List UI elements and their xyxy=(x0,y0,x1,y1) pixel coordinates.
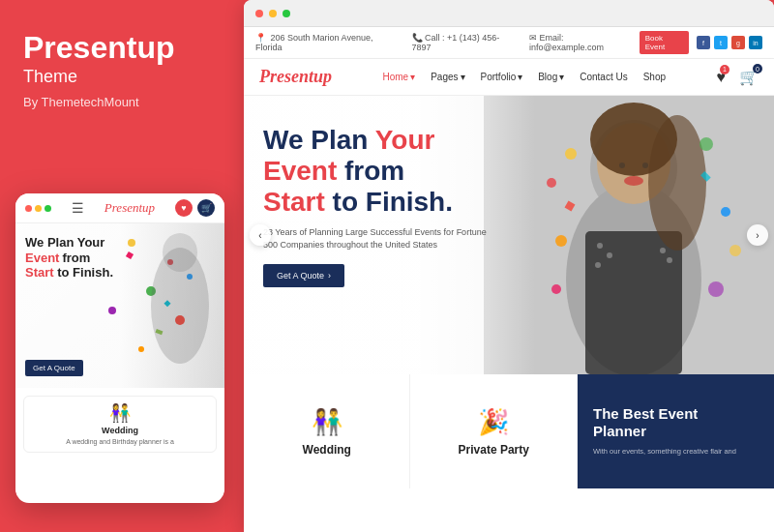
best-event-card: The Best Event Planner With our events, … xyxy=(578,374,774,488)
bottom-section: 👫 Wedding 🎉 Private Party The Best Event… xyxy=(244,374,774,488)
mobile-cart-icon: 🛒 xyxy=(197,199,215,217)
left-panel: Presentup Theme By ThemetechMount ☰ Pres… xyxy=(0,0,240,532)
svg-point-73 xyxy=(729,245,741,256)
mobile-wedding-title: Wedding xyxy=(30,426,210,435)
topbar-phone: 📞 Call : +1 (143) 456-7897 xyxy=(412,33,518,52)
hero-subtext: 23 Years of Planning Large Successful Ev… xyxy=(263,226,495,252)
mobile-hero-from: from xyxy=(62,251,90,266)
nav-home[interactable]: Home ▾ xyxy=(382,72,415,82)
brand-author: By ThemetechMount xyxy=(23,95,217,109)
private-party-title: Private Party xyxy=(459,443,529,457)
private-party-icon: 🎉 xyxy=(478,407,509,437)
mobile-wedding-text: A wedding and Birthday planner is a xyxy=(30,437,210,446)
googleplus-icon[interactable]: g xyxy=(731,36,745,49)
svg-point-61 xyxy=(597,243,603,249)
nav-cart: ♥ 1 🛒 0 xyxy=(717,68,759,86)
svg-rect-54 xyxy=(585,231,682,374)
nav-shop[interactable]: Shop xyxy=(643,72,666,82)
site-logo: Presentup xyxy=(259,67,332,87)
svg-point-65 xyxy=(667,257,672,263)
topbar-left: 📍 206 South Marion Avenue, Florida 📞 Cal… xyxy=(255,33,640,52)
mobile-wedding-icon: 👫 xyxy=(30,402,210,424)
mobile-hero-text: We Plan Your Event from Start to Finish. xyxy=(25,235,113,281)
svg-point-71 xyxy=(708,281,724,297)
mobile-heart-icon: ♥ xyxy=(175,199,193,217)
browser-dot-green[interactable] xyxy=(283,10,290,17)
browser-dot-yellow[interactable] xyxy=(269,10,277,17)
nav-blog[interactable]: Blog ▾ xyxy=(538,72,564,82)
wedding-title: Wedding xyxy=(303,443,351,457)
hero-heading: We Plan Your Event from Start to Finish. xyxy=(263,125,495,219)
linkedin-icon[interactable]: in xyxy=(749,36,762,49)
mobile-logo: Presentup xyxy=(104,200,155,216)
svg-point-66 xyxy=(565,148,577,160)
topbar-address: 📍 206 South Marion Avenue, Florida xyxy=(255,33,401,52)
hero-prev-arrow[interactable]: ‹ xyxy=(250,224,271,246)
brand-subtitle: Theme xyxy=(23,67,217,87)
wishlist-cart[interactable]: ♥ 1 xyxy=(717,69,727,86)
nav-pages-arrow: ▾ xyxy=(461,72,465,82)
svg-point-72 xyxy=(551,284,561,294)
dot-green xyxy=(45,205,51,212)
dot-yellow xyxy=(35,205,42,212)
svg-point-60 xyxy=(624,176,643,186)
mobile-hero: We Plan Your Event from Start to Finish.… xyxy=(15,223,224,388)
best-event-text: With our events, something creative flai… xyxy=(593,446,736,457)
site-topbar: 📍 206 South Marion Avenue, Florida 📞 Cal… xyxy=(244,27,774,59)
browser-dot-red[interactable] xyxy=(255,10,263,17)
social-icons: f t g in xyxy=(697,36,762,49)
hero-line3: Start to Finish. xyxy=(263,187,495,218)
svg-point-64 xyxy=(660,248,666,253)
mobile-hero-highlight: Event xyxy=(25,251,59,266)
best-event-title: The Best Event Planner xyxy=(593,405,698,440)
hero-cta-button[interactable]: Get A Quote › xyxy=(263,264,344,287)
mobile-dots xyxy=(25,205,51,212)
facebook-icon[interactable]: f xyxy=(697,36,710,49)
nav-blog-arrow: ▾ xyxy=(559,72,564,82)
wishlist-badge: 1 xyxy=(720,65,729,74)
topbar-right: Book Event f t g in xyxy=(640,31,762,54)
nav-portfolio[interactable]: Portfolio ▾ xyxy=(481,72,523,82)
nav-contact[interactable]: Contact Us xyxy=(580,72,627,82)
best-event-line1: The Best Event xyxy=(593,405,698,423)
hero-section: We Plan Your Event from Start to Finish.… xyxy=(244,96,774,374)
shop-cart[interactable]: 🛒 0 xyxy=(739,68,759,86)
private-party-card: 🎉 Private Party xyxy=(410,374,577,488)
svg-point-58 xyxy=(619,163,625,168)
svg-point-70 xyxy=(555,235,567,247)
twitter-icon[interactable]: t xyxy=(714,36,728,49)
svg-point-57 xyxy=(648,115,706,251)
site-nav-links: Home ▾ Pages ▾ Portfolio ▾ Blog ▾ Contac… xyxy=(382,72,666,82)
browser-mockup: 📍 206 South Marion Avenue, Florida 📞 Cal… xyxy=(244,0,774,532)
topbar-email: ✉ Email: info@example.com xyxy=(529,33,640,52)
wedding-icon: 👫 xyxy=(312,407,342,437)
mobile-wedding-card: 👫 Wedding A wedding and Birthday planner… xyxy=(23,396,217,453)
cart-badge: 0 xyxy=(753,64,762,74)
hero-next-arrow[interactable]: › xyxy=(747,224,768,246)
svg-point-62 xyxy=(607,252,612,258)
svg-point-67 xyxy=(547,178,556,188)
mobile-hero-line1: We Plan Your xyxy=(25,235,113,251)
browser-chrome xyxy=(244,0,774,27)
svg-point-59 xyxy=(642,163,648,168)
best-event-line2: Planner xyxy=(593,423,698,440)
nav-home-arrow: ▾ xyxy=(410,72,415,82)
email-icon: ✉ xyxy=(529,33,537,43)
svg-point-68 xyxy=(700,137,713,151)
book-event-button[interactable]: Book Event xyxy=(640,31,689,54)
hero-line2: Event from xyxy=(263,156,495,187)
svg-point-63 xyxy=(595,262,601,268)
mobile-mockup: ☰ Presentup ♥ 🛒 xyxy=(15,193,224,503)
wedding-card: 👫 Wedding xyxy=(244,374,410,488)
mobile-cards: 👫 Wedding A wedding and Birthday planner… xyxy=(15,388,224,460)
mobile-icons: ♥ 🛒 xyxy=(175,199,215,217)
brand-title: Presentup xyxy=(23,31,217,65)
nav-pages[interactable]: Pages ▾ xyxy=(431,72,464,82)
dot-red xyxy=(25,205,32,212)
cta-arrow: › xyxy=(328,271,331,281)
pin-icon: 📍 xyxy=(255,33,266,43)
mobile-hero-line3: Start to Finish. xyxy=(25,265,113,281)
hamburger-icon[interactable]: ☰ xyxy=(72,200,84,216)
mobile-cta-button[interactable]: Get A Quote xyxy=(25,360,83,376)
site-nav: Presentup Home ▾ Pages ▾ Portfolio ▾ Blo… xyxy=(244,59,774,96)
